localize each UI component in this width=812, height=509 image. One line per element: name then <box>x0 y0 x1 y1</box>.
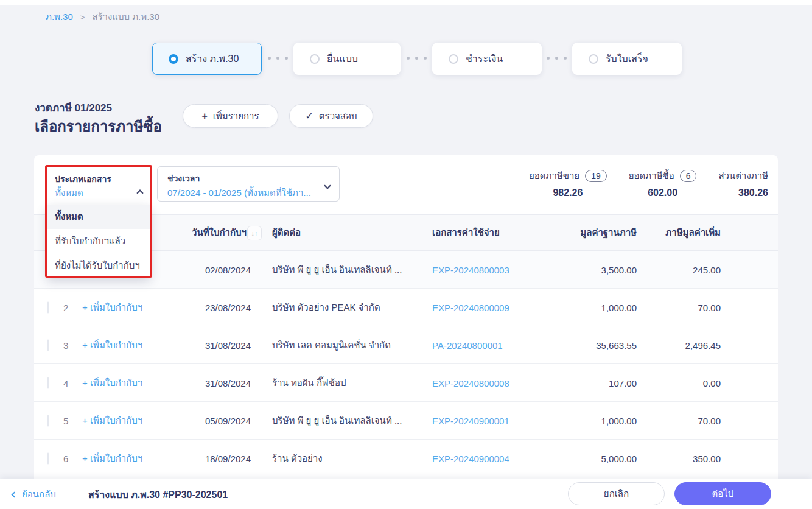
plus-icon: + <box>201 111 207 122</box>
pp30-create-page: ภ.พ.30 > สร้างแบบ ภ.พ.30 สร้าง ภ.พ.30 ยื… <box>0 0 812 509</box>
row-checkbox[interactable] <box>47 377 49 388</box>
doc-type-label: ประเภทเอกสาร <box>55 172 111 186</box>
tax-summary: ยอดภาษีขาย 19 982.26 ยอดภาษีซื้อ 6 602.0… <box>515 169 768 198</box>
row-number: 3 <box>63 340 68 350</box>
add-item-button[interactable]: + เพิ่มรายการ <box>183 104 278 128</box>
contact-name: บริษัท เลค คอมมูนิเคชั่น จำกัด <box>272 338 429 353</box>
check-icon: ✓ <box>305 110 313 122</box>
breadcrumb-separator: > <box>80 13 85 22</box>
header-expense-document: เอกสารค่าใช้จ่าย <box>432 225 572 240</box>
expense-document-link[interactable]: EXP-20240900004 <box>432 453 572 463</box>
table-row: 6 + เพิ่มใบกำกับฯ 18/09/2024 ร้าน ตัวอย่… <box>34 440 778 477</box>
step-pay[interactable]: ชำระเงิน <box>432 43 542 75</box>
purchase-tax-summary: ยอดภาษีซื้อ 6 602.00 <box>629 169 697 198</box>
row-checkbox[interactable] <box>47 452 49 464</box>
period-range-value: 07/2024 - 01/2025 (ทั้งหมดที่ใช้ภา... <box>167 186 317 200</box>
doc-type-option-not-received[interactable]: ที่ยังไม่ได้รับใบกำกับฯ <box>47 253 150 278</box>
step-label: ชำระเงิน <box>466 51 503 66</box>
step-connector-dots <box>407 57 427 60</box>
step-create-pp30[interactable]: สร้าง ภ.พ.30 <box>152 43 262 75</box>
purchase-tax-label: ยอดภาษีซื้อ <box>629 169 674 183</box>
contact-name: ร้าน ตัวอย่าง <box>272 451 429 466</box>
step-label: ยื่นแบบ <box>327 51 358 66</box>
row-number: 5 <box>63 415 68 426</box>
tax-base-value: 3,500.00 <box>555 264 637 275</box>
tax-period-label: งวดภาษี 01/2025 <box>35 99 112 116</box>
step-receive-receipt[interactable]: รับใบเสร็จ <box>572 43 682 75</box>
expense-document-link[interactable]: PA-20240800001 <box>432 340 572 350</box>
vat-value: 245.00 <box>649 264 721 275</box>
vat-value: 70.00 <box>649 415 721 426</box>
header-vat: ภาษีมูลค่าเพิ่ม <box>649 225 721 240</box>
sales-tax-value: 982.26 <box>553 188 583 198</box>
add-invoice-link[interactable]: + เพิ่มใบกำกับฯ <box>82 451 142 466</box>
row-checkbox[interactable] <box>47 301 49 313</box>
contact-name: บริษัท ตัวอย่าง PEAK จำกัด <box>272 300 429 315</box>
doc-type-option-all[interactable]: ทั้งหมด <box>47 205 150 229</box>
sales-tax-summary: ยอดภาษีขาย 19 982.26 <box>529 169 607 198</box>
vat-value: 0.00 <box>649 377 721 388</box>
invoice-date: 02/08/2024 <box>180 264 251 275</box>
expense-document-link[interactable]: EXP-20240900001 <box>432 415 572 426</box>
invoice-date: 05/09/2024 <box>180 415 251 426</box>
row-checkbox[interactable] <box>47 415 49 426</box>
add-invoice-link[interactable]: + เพิ่มใบกำกับฯ <box>82 338 142 353</box>
verify-label: ตรวจสอบ <box>319 109 357 124</box>
contact-name: บริษัท พี ยู ยู เอ็น อินเทลลิเจนท์ ... <box>272 413 429 428</box>
back-label: ย้อนกลับ <box>22 487 56 502</box>
tax-base-value: 35,663.55 <box>555 340 637 350</box>
period-range-dropdown[interactable]: ช่วงเวลา 07/2024 - 01/2025 (ทั้งหมดที่ใช… <box>157 166 340 202</box>
chevron-up-icon <box>136 189 143 196</box>
expense-document-link[interactable]: EXP-20240800009 <box>432 302 572 312</box>
doc-type-option-received[interactable]: ที่รับใบกำกับฯแล้ว <box>47 229 150 253</box>
header-tax-base: มูลค่าฐานภาษี <box>555 225 637 240</box>
breadcrumb-current: สร้างแบบ ภ.พ.30 <box>92 10 159 24</box>
sales-tax-label: ยอดภาษีขาย <box>529 169 579 183</box>
table-row: 5 + เพิ่มใบกำกับฯ 05/09/2024 บริษัท พี ย… <box>34 402 778 440</box>
add-invoice-link[interactable]: + เพิ่มใบกำกับฯ <box>82 300 142 315</box>
add-invoice-link[interactable]: + เพิ่มใบกำกับฯ <box>82 413 142 428</box>
row-number: 2 <box>63 302 68 312</box>
tax-base-value: 107.00 <box>555 377 637 388</box>
row-checkbox[interactable] <box>47 339 49 351</box>
table-row: 3 + เพิ่มใบกำกับฯ 31/08/2024 บริษัท เลค … <box>34 326 778 364</box>
expense-document-link[interactable]: EXP-20240800003 <box>432 264 572 275</box>
step-connector-dots <box>547 57 567 60</box>
tax-base-value: 1,000.00 <box>555 302 637 312</box>
document-title: สร้างแบบ ภ.พ.30 #PP30-202501 <box>88 487 228 502</box>
tax-base-value: 1,000.00 <box>555 415 637 426</box>
radio-unselected-icon <box>449 54 458 64</box>
table-row: 2 + เพิ่มใบกำกับฯ 23/08/2024 บริษัท ตัวอ… <box>34 289 778 326</box>
chevron-down-icon <box>324 182 331 189</box>
cancel-button[interactable]: ยกเลิก <box>568 482 665 505</box>
top-strip <box>0 0 812 5</box>
breadcrumb-link-pp30[interactable]: ภ.พ.30 <box>46 10 73 24</box>
expense-document-link[interactable]: EXP-20240800008 <box>432 377 572 388</box>
step-label: สร้าง ภ.พ.30 <box>186 51 239 66</box>
purchase-tax-card: ประเภทเอกสาร ทั้งหมด ทั้งหมด ที่รับใบกำก… <box>34 155 778 484</box>
step-file-form[interactable]: ยื่นแบบ <box>293 43 401 75</box>
contact-name: บริษัท พี ยู ยู เอ็น อินเทลลิเจนท์ ... <box>272 262 429 277</box>
next-button[interactable]: ต่อไป <box>674 482 771 505</box>
header-invoice-date: วันที่ใบกำกับฯ <box>192 226 248 239</box>
header-contact: ผู้ติดต่อ <box>272 225 429 240</box>
tax-base-value: 5,000.00 <box>555 453 637 463</box>
back-link[interactable]: ย้อนกลับ <box>12 487 56 502</box>
step-connector-dots <box>268 57 288 60</box>
row-number: 6 <box>63 453 68 463</box>
sales-tax-count-badge[interactable]: 19 <box>585 170 607 182</box>
sort-icon[interactable]: ↓ ↑ <box>247 226 262 240</box>
vat-value: 2,496.45 <box>649 340 721 350</box>
chevron-left-icon <box>12 491 18 497</box>
purchase-tax-count-badge[interactable]: 6 <box>680 170 697 182</box>
invoice-date: 18/09/2024 <box>180 453 251 463</box>
doc-type-dropdown[interactable]: ประเภทเอกสาร ทั้งหมด <box>45 166 152 203</box>
verify-button[interactable]: ✓ ตรวจสอบ <box>289 104 373 128</box>
page-title: เลือกรายการภาษีซื้อ <box>35 114 162 138</box>
invoice-date: 31/08/2024 <box>180 377 251 388</box>
tax-difference-summary: ส่วนต่างภาษี 380.26 <box>718 169 768 198</box>
add-item-label: เพิ่มรายการ <box>213 109 259 124</box>
breadcrumb: ภ.พ.30 > สร้างแบบ ภ.พ.30 <box>46 10 159 24</box>
add-invoice-link[interactable]: + เพิ่มใบกำกับฯ <box>82 376 142 390</box>
footer-bar: ย้อนกลับ สร้างแบบ ภ.พ.30 #PP30-202501 ยก… <box>0 479 812 509</box>
